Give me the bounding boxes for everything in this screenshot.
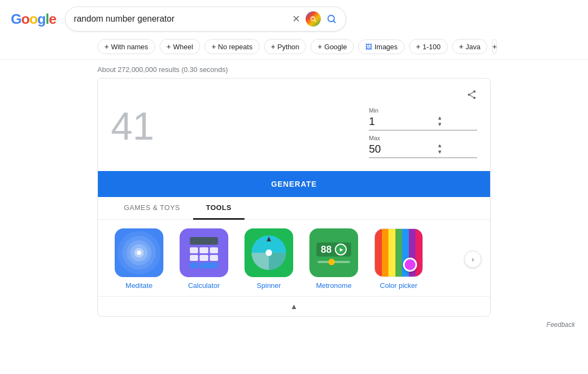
metronome-play-icon (335, 244, 347, 255)
svg-line-7 (470, 95, 473, 97)
meditate-rings (115, 228, 163, 277)
random-number-display: 41 (111, 89, 358, 162)
min-input[interactable] (369, 115, 434, 128)
feedback-label[interactable]: Feedback (546, 321, 575, 329)
tools-grid: Meditate (98, 220, 490, 296)
tab-tools[interactable]: TOOLS (193, 197, 245, 220)
share-button[interactable] (466, 89, 477, 103)
tab-games-toys[interactable]: GAMES & TOYS (111, 197, 193, 220)
collapse-bar[interactable]: ▲ (98, 296, 490, 316)
min-input-row: ▲ ▼ (369, 115, 477, 130)
chip-plus-icon: + (104, 42, 109, 51)
chip-label: With names (111, 43, 148, 51)
chip-label: 1-100 (422, 43, 440, 51)
svg-point-5 (473, 97, 475, 99)
chip-label: Wheel (173, 43, 193, 51)
search-button[interactable] (326, 14, 337, 24)
results-info: About 272,000,000 results (0.30 seconds) (0, 60, 588, 78)
min-label: Min (369, 107, 477, 114)
widget-controls: Min ▲ ▼ Max ▲ ▼ (369, 89, 477, 162)
calculator-label: Calculator (188, 281, 220, 290)
svg-point-3 (473, 90, 475, 93)
chip-label: Google (325, 43, 347, 51)
chips-row: + With names + Wheel + No repeats + Pyth… (0, 36, 588, 60)
chip-label: Python (278, 43, 299, 51)
max-input[interactable] (369, 143, 434, 155)
tabs: GAMES & TOYS TOOLS (98, 197, 490, 220)
more-chips-button[interactable]: + (492, 39, 497, 54)
images-icon: 🖼 (365, 43, 372, 51)
metronome-label: Metronome (316, 281, 352, 290)
meditate-label: Meditate (125, 281, 153, 290)
meditate-icon (115, 228, 163, 277)
chip-python[interactable]: + Python (264, 39, 307, 54)
chip-with-names[interactable]: + With names (97, 39, 155, 54)
collapse-icon: ▲ (290, 302, 298, 311)
svg-point-10 (266, 250, 272, 256)
feedback-row[interactable]: Feedback (0, 317, 588, 333)
tool-item-color-picker[interactable]: Color picker (366, 228, 431, 290)
generate-button[interactable]: GENERATE (98, 171, 490, 197)
widget-card: 41 Min ▲ ▼ (97, 78, 491, 317)
chip-plus-icon: + (416, 42, 420, 51)
color-picker-label: Color picker (380, 281, 417, 290)
search-bar: ✕ (65, 6, 346, 31)
clear-search-button[interactable]: ✕ (292, 13, 300, 25)
max-input-row: ▲ ▼ (369, 142, 477, 158)
max-increment-button[interactable]: ▲ (436, 142, 444, 149)
metronome-icon: 88 (309, 228, 358, 277)
max-decrement-button[interactable]: ▼ (436, 149, 444, 155)
metronome-slider-thumb (328, 259, 335, 265)
chip-no-repeats[interactable]: + No repeats (204, 39, 260, 54)
max-control: Max ▲ ▼ (369, 135, 477, 158)
svg-point-4 (468, 94, 470, 96)
chip-label: Images (374, 43, 398, 51)
color-picker-icon (374, 228, 423, 277)
max-spinner: ▲ ▼ (436, 142, 444, 155)
chip-google[interactable]: + Google (310, 39, 354, 54)
search-input[interactable] (74, 14, 288, 24)
search-bar-icons: ✕ (292, 11, 337, 27)
metronome-number: 88 (316, 242, 351, 257)
next-arrow-button[interactable]: › (464, 251, 481, 268)
chip-plus-icon: + (459, 42, 464, 51)
widget-top: 41 Min ▲ ▼ (98, 78, 490, 171)
chip-1-100[interactable]: + 1-100 (409, 39, 447, 54)
spinner-icon (245, 228, 293, 277)
lens-search-icon[interactable] (306, 11, 321, 27)
tool-item-spinner[interactable]: Spinner (236, 228, 301, 290)
google-logo[interactable]: Google (11, 11, 56, 28)
max-label: Max (369, 135, 477, 141)
chip-label: Java (466, 43, 480, 51)
tool-item-calculator[interactable]: Calculator (171, 228, 236, 290)
metronome-slider (318, 261, 350, 263)
min-decrement-button[interactable]: ▼ (436, 121, 444, 128)
svg-point-1 (312, 17, 313, 18)
header: Google ✕ (0, 0, 588, 36)
chip-plus-icon: + (167, 42, 171, 51)
spinner-label: Spinner (257, 281, 281, 290)
chip-wheel[interactable]: + Wheel (160, 39, 200, 54)
chip-images[interactable]: 🖼 Images (358, 40, 405, 54)
chip-plus-icon: + (318, 42, 322, 51)
tool-item-meditate[interactable]: Meditate (107, 228, 171, 290)
min-increment-button[interactable]: ▲ (436, 115, 444, 121)
svg-line-6 (470, 92, 473, 94)
metronome-display: 88 (309, 228, 358, 277)
min-control: Min ▲ ▼ (369, 107, 477, 130)
tool-item-metronome[interactable]: 88 Metronome (301, 228, 366, 290)
chip-label: No repeats (218, 43, 253, 51)
chip-java[interactable]: + Java (452, 39, 488, 54)
calculator-icon (180, 228, 228, 277)
min-spinner: ▲ ▼ (436, 115, 444, 128)
chip-plus-icon: + (212, 42, 216, 51)
chip-plus-icon: + (271, 42, 275, 51)
